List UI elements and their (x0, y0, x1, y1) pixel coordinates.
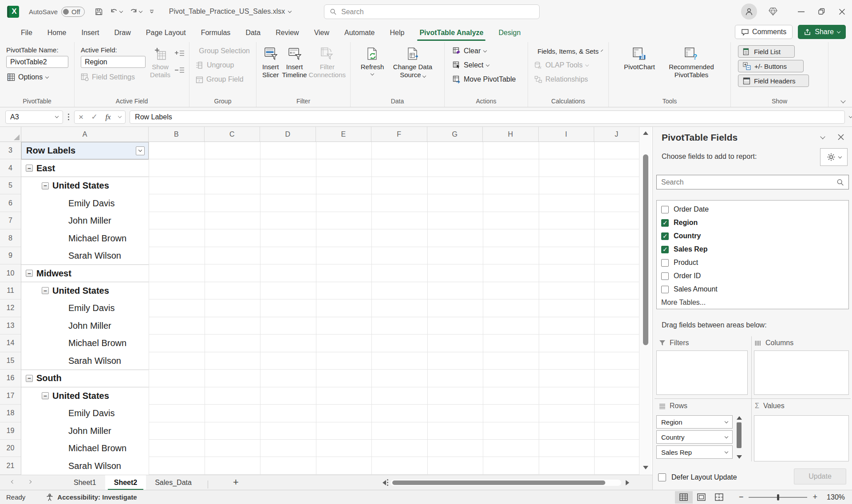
ribbon-tab-help[interactable]: Help (383, 23, 412, 42)
filter-dropdown-button[interactable] (136, 146, 145, 155)
ribbon-tab-pivottable-analyze[interactable]: PivotTable Analyze (412, 23, 491, 42)
name-box[interactable]: A3 (5, 110, 63, 124)
select-button[interactable]: Select (451, 59, 523, 71)
column-header-B[interactable]: B (149, 127, 205, 142)
collapse-button[interactable]: − (42, 182, 49, 189)
field-list-toggle[interactable]: Field List (738, 45, 795, 58)
fields-items-sets-button[interactable]: fx Fields, Items, & Sets (532, 45, 604, 57)
scrollbar-thumb[interactable] (643, 154, 648, 345)
excel-logo-icon[interactable]: X (7, 6, 19, 18)
premium-gem-icon[interactable] (768, 7, 778, 16)
minimize-button[interactable] (791, 0, 811, 23)
clear-button[interactable]: Clear (451, 45, 523, 57)
ribbon-tab-view[interactable]: View (307, 23, 337, 42)
pivot-cell[interactable]: −United States (21, 177, 149, 194)
field-headers-toggle[interactable]: Field Headers (738, 75, 809, 87)
sheet-tab-sheet1[interactable]: Sheet1 (65, 475, 105, 490)
vertical-scrollbar[interactable] (639, 127, 651, 475)
row-number[interactable]: 5 (0, 177, 21, 194)
move-pivottable-button[interactable]: Move PivotTable (451, 74, 523, 85)
row-number[interactable]: 11 (0, 282, 21, 299)
row-number[interactable]: 20 (0, 440, 21, 457)
insert-function-icon[interactable]: fx (105, 113, 110, 122)
field-item[interactable]: Region (657, 216, 848, 229)
expand-formula-bar-icon[interactable] (849, 114, 852, 118)
ribbon-tab-draw[interactable]: Draw (106, 23, 138, 42)
scroll-up-icon[interactable] (643, 131, 648, 135)
field-checkbox[interactable] (661, 232, 669, 240)
row-number[interactable]: 7 (0, 212, 21, 229)
olap-tools-button[interactable]: fx OLAP Tools (532, 59, 604, 71)
row-number[interactable]: 4 (0, 159, 21, 177)
collapse-button[interactable]: − (26, 165, 33, 172)
group-field-button[interactable]: 7 Group Field (194, 74, 252, 85)
field-checkbox[interactable] (661, 272, 669, 280)
column-header-H[interactable]: H (483, 127, 539, 142)
zoom-level[interactable]: 130% (824, 493, 845, 501)
chevron-down-icon[interactable] (725, 419, 728, 423)
update-button[interactable]: Update (794, 469, 846, 484)
rows-area-field[interactable]: Country (656, 430, 733, 444)
field-settings-button[interactable]: Field Settings (79, 71, 146, 83)
search-input[interactable] (341, 8, 534, 16)
ribbon-tab-formulas[interactable]: Formulas (193, 23, 238, 42)
field-item[interactable]: Order Date (657, 203, 848, 216)
row-number[interactable]: 10 (0, 264, 21, 282)
zoom-slider-thumb[interactable] (777, 494, 779, 500)
values-area[interactable] (754, 415, 849, 461)
comments-button[interactable]: Comments (735, 25, 793, 39)
plus-minus-buttons-toggle[interactable]: +/- Buttons (738, 60, 804, 72)
field-item[interactable]: Sales Amount (657, 283, 848, 296)
more-tables-link[interactable]: More Tables... (657, 296, 848, 309)
pivot-cell[interactable]: −East (21, 159, 149, 177)
relationships-button[interactable]: Relationships (532, 74, 604, 85)
row-number[interactable]: 15 (0, 352, 21, 370)
row-number[interactable]: 16 (0, 370, 21, 387)
ribbon-tab-automate[interactable]: Automate (337, 23, 382, 42)
expand-field-icon[interactable] (175, 50, 185, 57)
avatar[interactable] (741, 4, 757, 20)
scrollbar-track[interactable] (390, 480, 621, 486)
pivot-header-cell[interactable]: Row Labels (21, 142, 149, 159)
row-number[interactable]: 17 (0, 387, 21, 405)
field-item[interactable]: Country (657, 229, 848, 243)
column-header-A[interactable]: A (21, 127, 149, 142)
collapse-ribbon-icon[interactable] (840, 98, 845, 103)
scrollbar-thumb[interactable] (392, 480, 605, 485)
row-number[interactable]: 18 (0, 405, 21, 422)
document-title[interactable]: Pivot_Table_Practice_US_Sales.xlsx (169, 8, 291, 16)
change-data-source-button[interactable]: Change Data Source (390, 45, 436, 95)
pivot-cell[interactable]: John Miller (21, 422, 149, 440)
field-item[interactable]: Sales Rep (657, 243, 848, 256)
close-button[interactable] (832, 0, 852, 23)
customize-toolbar-icon[interactable] (147, 7, 157, 16)
ribbon-tab-page-layout[interactable]: Page Layout (138, 23, 193, 42)
page-break-view-button[interactable] (710, 491, 728, 504)
cancel-icon[interactable]: × (79, 112, 83, 122)
field-checkbox[interactable] (661, 219, 669, 227)
row-number[interactable]: 6 (0, 194, 21, 212)
pivot-cell[interactable]: −United States (21, 387, 149, 405)
scroll-left-icon[interactable] (383, 480, 386, 485)
column-header-I[interactable]: I (539, 127, 595, 142)
zoom-out-icon[interactable]: − (739, 492, 744, 502)
scrollbar-thumb[interactable] (737, 422, 742, 448)
column-header-G[interactable]: G (427, 127, 483, 142)
chevron-down-icon[interactable] (139, 9, 142, 12)
chevron-down-icon[interactable] (118, 114, 122, 118)
sheet-tab-sales_data[interactable]: Sales_Data (146, 475, 201, 490)
field-checkbox[interactable] (661, 246, 669, 253)
row-number[interactable]: 9 (0, 247, 21, 264)
chevron-down-icon[interactable] (55, 114, 59, 118)
pivot-cell[interactable]: Michael Brown (21, 440, 149, 457)
formula-input[interactable]: Row Labels (130, 110, 845, 124)
field-checkbox[interactable] (661, 259, 669, 267)
pane-options-icon[interactable] (820, 134, 825, 139)
pane-tools-button[interactable] (820, 148, 848, 166)
enter-icon[interactable]: ✓ (91, 112, 98, 122)
select-all-button[interactable] (0, 127, 21, 142)
pivot-cell[interactable]: −Midwest (21, 264, 149, 282)
collapse-button[interactable]: − (26, 270, 33, 277)
pane-close-icon[interactable] (838, 134, 844, 140)
collapse-button[interactable]: − (42, 287, 49, 294)
